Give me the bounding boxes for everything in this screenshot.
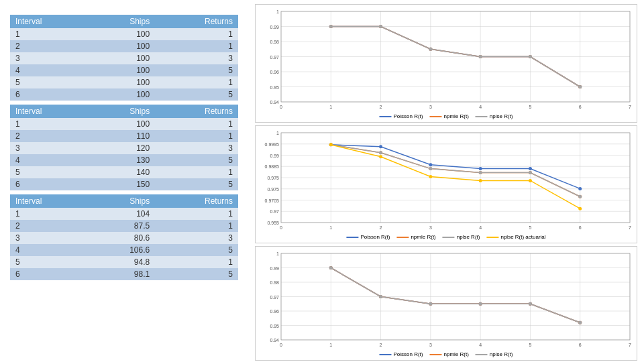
- svg-text:0.96: 0.96: [270, 70, 279, 74]
- table-cell: 3: [155, 52, 238, 64]
- chart-legend: Poisson R(t) npmle R(t) nplse R(t): [379, 113, 513, 119]
- svg-point-104: [429, 175, 432, 178]
- svg-text:3: 3: [429, 343, 432, 347]
- svg-text:6: 6: [579, 105, 582, 109]
- table-row: 61505: [10, 178, 238, 190]
- svg-text:0.99: 0.99: [270, 154, 279, 158]
- table-cell: 6: [10, 88, 89, 101]
- svg-point-45: [429, 48, 432, 51]
- table-cell: 80.6: [89, 232, 155, 244]
- table-row: 11001: [10, 28, 238, 40]
- svg-point-48: [578, 85, 582, 88]
- table-cell: 3: [10, 52, 89, 64]
- svg-text:1: 1: [329, 225, 332, 230]
- svg-text:3: 3: [429, 225, 432, 230]
- table-cell: 4: [10, 244, 89, 256]
- col-returns: Returns: [155, 15, 238, 28]
- table-cell: 100: [89, 88, 155, 101]
- table-row: 698.15: [10, 268, 238, 280]
- svg-text:0.9705: 0.9705: [265, 198, 280, 203]
- svg-point-86: [429, 163, 432, 166]
- svg-text:1: 1: [276, 131, 279, 135]
- svg-text:5: 5: [529, 225, 531, 230]
- svg-text:0: 0: [280, 225, 282, 230]
- svg-text:2: 2: [380, 343, 382, 347]
- legend-label: Poisson R(t): [393, 113, 423, 119]
- table-cell: 5: [155, 154, 238, 166]
- table-row: 31003: [10, 52, 238, 64]
- svg-point-87: [479, 167, 482, 170]
- svg-text:2: 2: [380, 225, 382, 230]
- table-cell: 1: [10, 118, 89, 130]
- svg-point-43: [329, 25, 333, 28]
- svg-text:0.99: 0.99: [270, 266, 279, 271]
- table-row: 51401: [10, 166, 238, 178]
- table-cell: 100: [89, 28, 155, 40]
- svg-point-103: [379, 155, 382, 158]
- svg-text:6: 6: [579, 225, 582, 230]
- svg-text:4: 4: [479, 225, 482, 230]
- svg-point-156: [578, 321, 582, 324]
- svg-text:0.96: 0.96: [270, 309, 279, 314]
- table-cell: 100: [89, 64, 155, 76]
- table-row: 41305: [10, 154, 238, 166]
- col-interval: Interval: [10, 105, 89, 118]
- legend-item: Poisson R(t): [346, 234, 390, 240]
- legend-label: nplse R(t) actuarial: [500, 234, 545, 240]
- legend-item: Poisson R(t): [379, 113, 423, 119]
- svg-text:7: 7: [629, 343, 631, 347]
- legend-label: nplse R(t): [490, 351, 513, 357]
- table-cell: 6: [10, 268, 89, 280]
- table-row: 61005: [10, 88, 238, 101]
- svg-text:0.94: 0.94: [270, 100, 279, 105]
- table-cell: 100: [89, 52, 155, 64]
- chart-legend: Poisson R(t) npmle R(t) nplse R(t) nplse…: [346, 234, 545, 240]
- table-2: Interval Ships Returns 11001211013120341…: [10, 105, 238, 190]
- svg-text:0.97: 0.97: [270, 209, 279, 214]
- table-cell: 1: [155, 256, 238, 268]
- svg-point-88: [529, 167, 532, 170]
- svg-point-100: [529, 171, 532, 174]
- svg-point-101: [578, 195, 582, 198]
- svg-text:0.975: 0.975: [267, 187, 279, 192]
- svg-point-155: [529, 302, 532, 306]
- svg-text:2: 2: [380, 105, 382, 109]
- table-cell: 6: [10, 178, 89, 190]
- svg-text:1: 1: [329, 105, 332, 109]
- table-row: 11041: [10, 208, 238, 220]
- col-ships: Ships: [89, 105, 155, 118]
- table-cell: 1: [10, 28, 89, 40]
- svg-text:0.97: 0.97: [270, 295, 279, 300]
- table-cell: 100: [89, 40, 155, 52]
- svg-text:0.98: 0.98: [270, 280, 279, 285]
- svg-text:1: 1: [276, 251, 279, 256]
- table-cell: 3: [155, 232, 238, 244]
- table-cell: 5: [10, 76, 89, 88]
- table-cell: 98.1: [89, 268, 155, 280]
- table-cell: 120: [89, 142, 155, 154]
- svg-text:0.98: 0.98: [270, 40, 279, 44]
- legend-item: nplse R(t): [476, 113, 513, 119]
- legend-item: Poisson R(t): [379, 351, 423, 357]
- legend-item: nplse R(t): [443, 234, 480, 240]
- svg-point-107: [578, 207, 582, 210]
- col-interval: Interval: [10, 15, 89, 28]
- legend-label: nplse R(t): [490, 113, 513, 119]
- right-panel: 10.990.980.970.960.950.9401234567 Poisso…: [248, 0, 644, 362]
- table-cell: 1: [155, 40, 238, 52]
- table-row: 21101: [10, 130, 238, 142]
- table-cell: 4: [10, 154, 89, 166]
- svg-point-98: [429, 167, 432, 170]
- table-cell: 106.6: [89, 244, 155, 256]
- svg-text:0.975: 0.975: [267, 176, 279, 180]
- table-cell: 94.8: [89, 256, 155, 268]
- svg-text:4: 4: [479, 343, 482, 347]
- table-row: 4106.65: [10, 244, 238, 256]
- legend-item: nplse R(t): [476, 351, 513, 357]
- table-cell: 5: [155, 88, 238, 101]
- legend-item: nplse R(t) actuarial: [486, 234, 545, 240]
- svg-text:0: 0: [280, 105, 282, 109]
- table-row: 51001: [10, 76, 238, 88]
- legend-label: npmle R(t): [443, 113, 468, 119]
- svg-text:4: 4: [479, 105, 482, 109]
